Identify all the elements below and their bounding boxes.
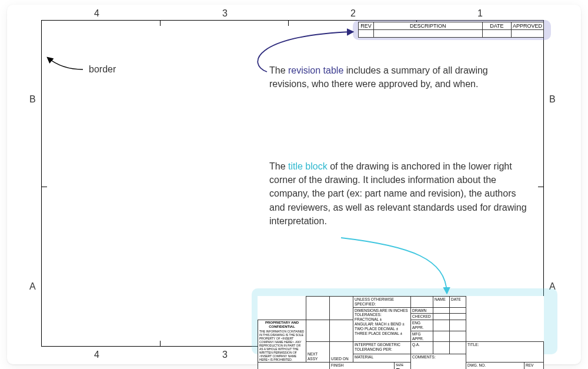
tb-size-label: SIZE bbox=[396, 363, 409, 367]
axis-left-a: A bbox=[29, 281, 36, 292]
tb-material: MATERIAL bbox=[353, 354, 411, 362]
axis-right-b: B bbox=[549, 94, 556, 105]
tb-rev-label: REV bbox=[524, 362, 544, 369]
border-label: border bbox=[89, 64, 116, 75]
tb-anno-term: title block bbox=[288, 161, 328, 171]
tb-drawn: DRAWN bbox=[411, 307, 433, 314]
tb-col-name: NAME bbox=[433, 297, 450, 308]
tick-bot-1 bbox=[160, 341, 161, 347]
tb-mfg: MFG APPR. bbox=[411, 331, 433, 342]
tick-top-1 bbox=[160, 20, 161, 26]
tb-usedon: USED ON bbox=[330, 342, 353, 362]
tb-checked: CHECKED bbox=[411, 314, 433, 320]
tb-proprietary-header: PROPRIETARY AND CONFIDENTIAL bbox=[259, 321, 305, 329]
tb-eng: ENG APPR. bbox=[411, 320, 433, 331]
rev-header-desc: DESCRIPTION bbox=[373, 22, 482, 30]
revision-annotation: The revision table includes a summary of… bbox=[269, 64, 516, 91]
rev-anno-term: revision table bbox=[288, 65, 343, 75]
title-block: UNLESS OTHERWISE SPECIFIED: NAME DATE DI… bbox=[258, 296, 544, 369]
rev-header-rev: REV bbox=[359, 22, 374, 30]
rev-anno-prefix: The bbox=[269, 65, 288, 75]
tick-top-2 bbox=[288, 20, 289, 26]
axis-top-1: 1 bbox=[477, 8, 483, 19]
tick-right bbox=[538, 187, 544, 187]
rev-header-date: DATE bbox=[482, 22, 511, 30]
tb-dwgno: DWG. NO. bbox=[466, 362, 524, 369]
tb-dims: DIMENSIONS ARE IN INCHES TOLERANCES: FRA… bbox=[353, 307, 411, 342]
tb-qa: Q.A. bbox=[411, 342, 433, 354]
tb-comments: COMMENTS: bbox=[411, 354, 466, 369]
rev-header-apprv: APPROVED bbox=[511, 22, 543, 30]
axis-left-b: B bbox=[29, 94, 36, 105]
axis-bottom-3: 3 bbox=[222, 350, 228, 360]
revision-table: REV DESCRIPTION DATE APPROVED bbox=[358, 22, 544, 38]
tb-interpret: INTERPRET GEOMETRIC TOLERANCING PER: bbox=[353, 342, 411, 354]
axis-top-2: 2 bbox=[350, 8, 356, 19]
tb-title-label: TITLE: bbox=[466, 342, 544, 362]
rev-row-empty bbox=[359, 30, 544, 38]
tb-application: APPLICATION bbox=[258, 362, 330, 369]
axis-top-3: 3 bbox=[222, 8, 228, 19]
axis-bottom-4: 4 bbox=[94, 350, 99, 360]
tb-finish: FINISH bbox=[330, 362, 395, 369]
tb-proprietary-body: THE INFORMATION CONTAINED IN THIS DRAWIN… bbox=[259, 330, 305, 361]
tb-col-date: DATE bbox=[450, 297, 466, 308]
titleblock-annotation: The title block of the drawing is anchor… bbox=[269, 159, 528, 228]
tb-anno-prefix: The bbox=[269, 161, 288, 171]
tb-unless: UNLESS OTHERWISE SPECIFIED: bbox=[353, 297, 411, 308]
tick-left bbox=[41, 187, 47, 187]
tb-nextassy: NEXT ASSY bbox=[306, 342, 330, 362]
axis-top-4: 4 bbox=[94, 8, 99, 19]
